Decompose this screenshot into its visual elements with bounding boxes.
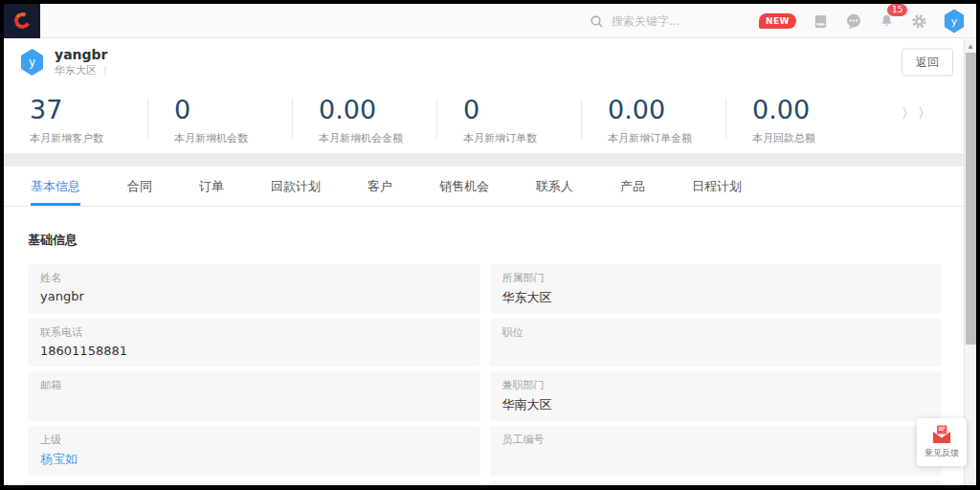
stat-label: 本月回款总额	[752, 131, 870, 145]
profile-info: yangbr 华东大区|	[55, 47, 108, 78]
tab-basic-info[interactable]: 基本信息	[31, 167, 80, 206]
profile-department: 华东大区|	[55, 63, 108, 78]
field-name: 姓名 yangbr	[28, 264, 480, 314]
supervisor-link[interactable]: 杨宝如	[40, 451, 468, 468]
fields-grid: 姓名 yangbr 所属部门 华东大区 联系电话 18601158881 职位 …	[28, 264, 942, 485]
field-label: 联系电话	[40, 325, 468, 340]
field-employee-id: 员工编号	[490, 426, 943, 476]
stat-new-order-amount: 0.00 本月新增订单金额	[582, 95, 725, 145]
field-value: 华南大区	[502, 396, 930, 413]
detail-tabs: 基本信息 合同 订单 回款计划 客户 销售机会 联系人 产品 日程计划	[4, 167, 976, 207]
notification-count-badge: 15	[887, 4, 907, 16]
stat-label: 本月新增订单金额	[608, 131, 725, 145]
stat-value: 0.00	[608, 95, 725, 124]
tab-contract[interactable]: 合同	[127, 167, 152, 206]
tab-order[interactable]: 订单	[199, 167, 224, 206]
back-button[interactable]: 返回	[902, 49, 953, 77]
app-logo[interactable]	[4, 4, 40, 38]
stat-label: 本月新增客户数	[30, 131, 147, 145]
top-navigation-bar: NEW	[4, 4, 976, 38]
profile-avatar: y	[20, 49, 44, 76]
topbar-icon-cluster: NEW	[759, 4, 965, 38]
tab-sales-opportunity[interactable]: 销售机会	[439, 167, 489, 206]
vertical-scrollbar[interactable]: ▲	[964, 39, 976, 485]
field-value: 18601158881	[40, 344, 468, 359]
field-label: 上级	[40, 433, 468, 447]
field-introduction: 介绍	[490, 480, 943, 485]
field-department: 所属部门 华东大区	[490, 264, 943, 314]
field-hide-phone: 是否隐藏手机号	[28, 480, 480, 485]
field-supervisor: 上级 杨宝如	[28, 426, 480, 476]
journal-icon[interactable]	[813, 13, 829, 30]
stat-new-opportunity-amount: 0.00 本月新增机会金额	[293, 95, 436, 145]
profile-header: y yangbr 华东大区| 返回	[4, 38, 976, 86]
chat-icon[interactable]	[845, 12, 862, 30]
feedback-label: 意见反馈	[924, 447, 959, 459]
tab-schedule[interactable]: 日程计划	[692, 167, 742, 206]
field-position: 职位	[490, 319, 943, 367]
field-value	[40, 396, 468, 412]
basic-info-panel: 基础信息 姓名 yangbr 所属部门 华东大区 联系电话 1860115888…	[4, 207, 976, 485]
field-value: yangbr	[40, 289, 468, 304]
field-label: 姓名	[40, 271, 468, 285]
global-search[interactable]	[590, 4, 726, 38]
stat-payment-total: 0.00 本月回款总额	[726, 95, 870, 145]
stat-new-customers: 37 本月新增客户数	[4, 95, 147, 145]
stat-value: 37	[30, 95, 147, 124]
tab-payment-plan[interactable]: 回款计划	[271, 167, 321, 206]
monthly-stats-row: 37 本月新增客户数 0 本月新增机会数 0.00 本月新增机会金额 0 本月新…	[4, 86, 976, 153]
section-title: 基础信息	[28, 232, 942, 249]
stats-more-chevron-icon[interactable]: 〉〉	[902, 105, 934, 122]
field-phone: 联系电话 18601158881	[28, 319, 480, 367]
stat-value: 0.00	[752, 95, 870, 124]
stat-value: 0	[463, 95, 581, 124]
stat-new-opportunities: 0 本月新增机会数	[148, 95, 292, 145]
search-icon	[590, 14, 604, 29]
department-text: 华东大区	[55, 64, 97, 77]
tab-product[interactable]: 产品	[620, 167, 645, 206]
field-value	[502, 344, 930, 359]
field-label: 所属部门	[502, 271, 930, 285]
app-window: NEW	[4, 4, 976, 485]
stat-label: 本月新增机会金额	[319, 131, 436, 145]
scrollbar-thumb[interactable]	[966, 53, 976, 345]
stat-value: 0.00	[319, 95, 436, 124]
department-divider: |	[103, 64, 107, 77]
notifications-bell[interactable]: 15	[879, 13, 895, 30]
field-label: 兼职部门	[502, 378, 930, 392]
stat-value: 0	[174, 95, 292, 124]
field-value: 华东大区	[502, 289, 930, 306]
stat-label: 本月新增订单数	[463, 131, 581, 145]
field-secondary-department: 兼职部门 华南大区	[490, 371, 943, 421]
feedback-widget[interactable]: 意见反馈	[917, 418, 967, 466]
field-email: 邮箱	[28, 371, 480, 421]
brand-c-icon	[11, 11, 32, 31]
settings-gear-icon[interactable]	[911, 13, 927, 30]
new-badge[interactable]: NEW	[759, 13, 796, 29]
stat-label: 本月新增机会数	[174, 131, 292, 145]
field-label: 员工编号	[502, 433, 930, 447]
field-label: 职位	[502, 325, 930, 340]
tab-contact[interactable]: 联系人	[536, 167, 573, 206]
field-value	[502, 451, 930, 466]
profile-name: yangbr	[55, 47, 108, 64]
scrollbar-up-arrow-icon[interactable]: ▲	[965, 39, 976, 52]
feedback-envelope-icon	[931, 425, 952, 444]
stat-new-orders: 0 本月新增订单数	[437, 95, 581, 145]
user-avatar[interactable]: y	[944, 10, 965, 33]
field-label: 邮箱	[40, 378, 468, 392]
section-separator	[4, 153, 976, 167]
search-input[interactable]	[612, 14, 726, 28]
tab-customer[interactable]: 客户	[368, 167, 392, 206]
